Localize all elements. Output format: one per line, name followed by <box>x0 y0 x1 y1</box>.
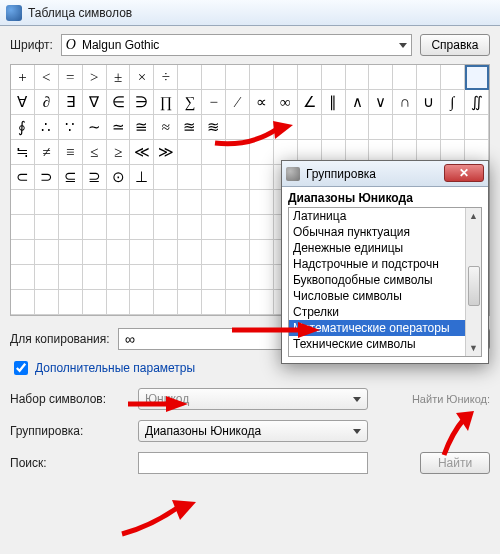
grid-cell[interactable]: ∮ <box>11 115 35 140</box>
grid-cell[interactable]: ± <box>107 65 131 90</box>
grid-cell[interactable] <box>154 240 178 265</box>
charset-select[interactable]: Юникод <box>138 388 368 410</box>
grouping-select[interactable]: Диапазоны Юникода <box>138 420 368 442</box>
grid-cell[interactable]: ∏ <box>154 90 178 115</box>
grid-cell[interactable] <box>178 190 202 215</box>
grid-cell[interactable] <box>369 115 393 140</box>
grid-cell[interactable] <box>59 215 83 240</box>
grid-cell[interactable] <box>130 215 154 240</box>
grid-cell[interactable] <box>154 265 178 290</box>
grid-cell[interactable] <box>11 215 35 240</box>
grid-cell[interactable]: − <box>202 90 226 115</box>
grid-cell[interactable] <box>35 240 59 265</box>
grid-cell[interactable]: ∂ <box>35 90 59 115</box>
grid-cell[interactable] <box>35 190 59 215</box>
popup-list-item[interactable]: Денежные единицы <box>289 240 481 256</box>
grid-cell[interactable] <box>154 215 178 240</box>
grid-cell[interactable]: = <box>59 65 83 90</box>
grid-cell[interactable]: ∈ <box>107 90 131 115</box>
grid-cell[interactable]: ∋ <box>130 90 154 115</box>
grid-cell[interactable] <box>226 215 250 240</box>
grid-cell[interactable] <box>202 165 226 190</box>
grid-cell[interactable] <box>59 265 83 290</box>
grid-cell[interactable] <box>11 265 35 290</box>
grid-cell[interactable] <box>130 290 154 315</box>
grid-cell[interactable] <box>226 240 250 265</box>
grid-cell[interactable] <box>130 190 154 215</box>
grid-cell[interactable] <box>11 240 35 265</box>
popup-list[interactable]: ЛатиницаОбычная пунктуацияДенежные едини… <box>288 207 482 357</box>
grid-cell[interactable]: ≠ <box>35 140 59 165</box>
grid-cell[interactable] <box>178 65 202 90</box>
grid-cell[interactable]: ÷ <box>154 65 178 90</box>
grid-cell[interactable] <box>154 190 178 215</box>
grid-cell[interactable] <box>322 115 346 140</box>
grid-cell[interactable]: ∴ <box>35 115 59 140</box>
grid-cell[interactable]: ≤ <box>83 140 107 165</box>
grid-cell[interactable]: ∫ <box>441 90 465 115</box>
grid-cell[interactable]: ∨ <box>369 90 393 115</box>
grid-cell[interactable] <box>107 265 131 290</box>
grid-cell[interactable]: < <box>35 65 59 90</box>
grid-cell[interactable]: ∬ <box>465 90 489 115</box>
grid-cell[interactable] <box>250 140 274 165</box>
grid-cell[interactable] <box>250 165 274 190</box>
grid-cell[interactable]: ∀ <box>11 90 35 115</box>
grid-cell[interactable]: ⊙ <box>107 165 131 190</box>
grid-cell[interactable] <box>178 215 202 240</box>
popup-list-item[interactable]: Технические символы <box>289 336 481 352</box>
popup-list-item[interactable]: Буквоподобные символы <box>289 272 481 288</box>
popup-list-item[interactable]: Числовые символы <box>289 288 481 304</box>
popup-titlebar[interactable]: Группировка ✕ <box>282 161 488 187</box>
grid-cell[interactable]: ∼ <box>83 115 107 140</box>
grid-cell[interactable] <box>465 65 489 90</box>
grid-cell[interactable] <box>393 115 417 140</box>
grid-cell[interactable] <box>154 165 178 190</box>
grid-cell[interactable] <box>250 115 274 140</box>
grid-cell[interactable]: ∥ <box>322 90 346 115</box>
grid-cell[interactable]: ≈ <box>154 115 178 140</box>
grid-cell[interactable] <box>202 190 226 215</box>
grid-cell[interactable] <box>59 240 83 265</box>
help-button[interactable]: Справка <box>420 34 490 56</box>
search-input[interactable] <box>138 452 368 474</box>
grid-cell[interactable] <box>202 265 226 290</box>
popup-scrollbar[interactable]: ▲ ▼ <box>465 208 481 356</box>
grid-cell[interactable] <box>59 290 83 315</box>
grid-cell[interactable]: ∝ <box>250 90 274 115</box>
grid-cell[interactable] <box>346 115 370 140</box>
grid-cell[interactable] <box>202 65 226 90</box>
grid-cell[interactable] <box>226 65 250 90</box>
popup-list-item[interactable]: Латиница <box>289 208 481 224</box>
grid-cell[interactable] <box>417 115 441 140</box>
grid-cell[interactable]: ⊂ <box>11 165 35 190</box>
grid-cell[interactable]: × <box>130 65 154 90</box>
popup-list-item[interactable]: Надстрочные и подстрочн <box>289 256 481 272</box>
grid-cell[interactable] <box>202 215 226 240</box>
grid-cell[interactable]: ∩ <box>393 90 417 115</box>
grid-cell[interactable] <box>441 115 465 140</box>
grid-cell[interactable] <box>322 65 346 90</box>
grid-cell[interactable] <box>154 290 178 315</box>
grid-cell[interactable] <box>226 165 250 190</box>
scroll-up-icon[interactable]: ▲ <box>466 208 481 224</box>
grid-cell[interactable]: ∞ <box>274 90 298 115</box>
grid-cell[interactable]: ⊥ <box>130 165 154 190</box>
grid-cell[interactable] <box>274 115 298 140</box>
grid-cell[interactable]: ≥ <box>107 140 131 165</box>
grid-cell[interactable] <box>59 190 83 215</box>
grid-cell[interactable] <box>250 290 274 315</box>
grid-cell[interactable]: ∑ <box>178 90 202 115</box>
grid-cell[interactable]: ≊ <box>178 115 202 140</box>
grid-cell[interactable] <box>465 115 489 140</box>
grid-cell[interactable] <box>178 165 202 190</box>
grid-cell[interactable]: > <box>83 65 107 90</box>
grid-cell[interactable] <box>83 190 107 215</box>
grid-cell[interactable] <box>226 140 250 165</box>
grid-cell[interactable]: ≫ <box>154 140 178 165</box>
grid-cell[interactable] <box>226 115 250 140</box>
grid-cell[interactable] <box>202 240 226 265</box>
find-button[interactable]: Найти <box>420 452 490 474</box>
grid-cell[interactable] <box>178 140 202 165</box>
grid-cell[interactable] <box>250 240 274 265</box>
